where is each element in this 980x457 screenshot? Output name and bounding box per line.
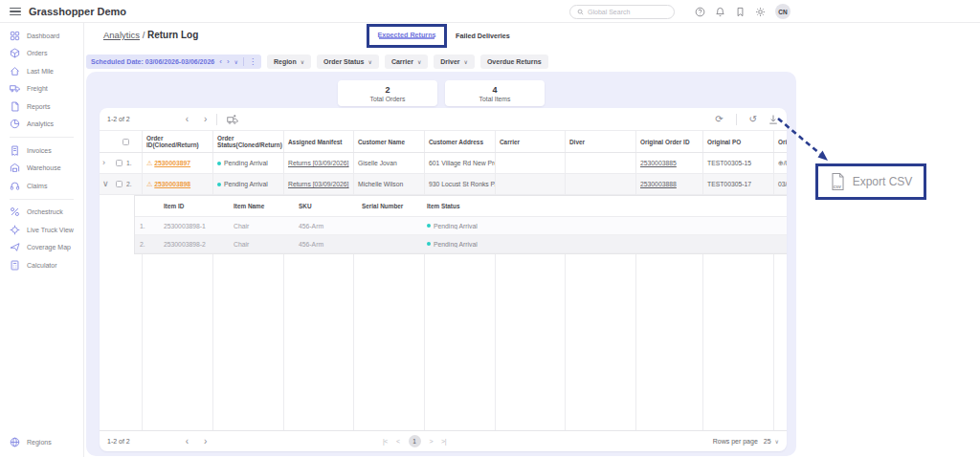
expanded-items-zone: Item ID Item Name SKU Serial Number Item… [100, 195, 787, 254]
carrier-cell [495, 153, 565, 173]
sidebar-item-last-mile[interactable]: Last Mile [0, 62, 83, 80]
sidebar-item-claims[interactable]: Claims [0, 177, 83, 195]
sidebar-label: Orchestruck [27, 208, 63, 215]
restore-history-icon[interactable]: ↺ [749, 115, 757, 124]
sidebar-item-orders[interactable]: Orders [0, 45, 83, 63]
bookmark-icon[interactable] [735, 7, 746, 17]
order-status-filter[interactable]: Order Status ∨ [317, 54, 379, 69]
table-row: ∨ 2. ⚠2530003898 Pending Arrival Returns… [100, 174, 787, 195]
settings-gear-icon[interactable] [755, 7, 766, 17]
item-status: Pending Arrival [434, 223, 478, 229]
returns-table-card: 1-2 of 2 ‹ › ⟳ ↺ OrderID(Cloned/Return) … [100, 108, 787, 451]
breadcrumb-analytics-link[interactable]: Analytics [103, 30, 140, 40]
order-status: Pending Arrival [224, 160, 268, 166]
tab-failed-deliveries[interactable]: Failed Deliveries [456, 32, 510, 40]
search-icon [577, 9, 584, 15]
download-export-icon[interactable] [768, 114, 779, 125]
prev-page-button[interactable]: < [396, 438, 400, 445]
refresh-icon[interactable]: ⟳ [715, 115, 723, 124]
last-page-button[interactable]: >| [441, 438, 446, 445]
sidebar-label: Live Truck View [27, 227, 74, 233]
footer-next-icon[interactable]: › [204, 437, 207, 446]
select-all-checkbox[interactable] [122, 139, 129, 145]
date-next-icon[interactable]: › [227, 58, 230, 66]
column-header-customer-address: Customer Address [424, 131, 495, 152]
sidebar-item-regions[interactable]: Regions [0, 434, 83, 452]
date-chevron-down-icon[interactable]: ∨ [234, 59, 238, 65]
order-id-link[interactable]: 2530003897 [154, 160, 190, 166]
next-page-button[interactable]: > [430, 438, 434, 445]
scheduled-date-filter[interactable]: Scheduled Date: 03/06/2026-03/06/2026 ‹ … [86, 54, 261, 69]
collapse-row-icon[interactable]: ∨ [102, 180, 112, 188]
notifications-bell-icon[interactable] [715, 7, 725, 17]
filter-label: Region [274, 58, 297, 65]
pagination: |< < 1 > >| [383, 431, 446, 451]
row-checkbox[interactable] [116, 181, 122, 187]
orchestruck-icon [10, 207, 20, 217]
date-more-options-icon[interactable]: ⋮ [249, 58, 256, 66]
total-items-label: Total Items [479, 96, 511, 102]
global-search-input[interactable] [588, 9, 664, 15]
footer-prev-icon[interactable]: ‹ [186, 437, 189, 446]
help-icon[interactable] [695, 7, 705, 17]
subcolumn-item-id: Item ID [159, 203, 229, 209]
status-dot [217, 162, 221, 165]
first-page-button[interactable]: |< [383, 438, 388, 445]
sidebar-item-calculator[interactable]: Calculator [0, 256, 83, 274]
table-footer: 1-2 of 2 ‹ › |< < 1 > >| Rows per page 2… [100, 430, 787, 451]
sidebar-item-warehouse[interactable]: Warehouse [0, 160, 83, 178]
sidebar-item-live-truck-view[interactable]: Live Truck View [0, 221, 83, 239]
date-prev-icon[interactable]: ‹ [219, 58, 222, 66]
sidebar-item-orchestruck[interactable]: Orchestruck [0, 204, 83, 222]
empty-table-grid [100, 254, 787, 430]
assigned-manifest-link[interactable]: Returns [03/09/2026] [288, 181, 348, 187]
global-search[interactable] [569, 5, 675, 19]
export-csv-label: Export CSV [853, 175, 913, 188]
hamburger-menu-icon[interactable] [10, 8, 21, 15]
sidebar-item-invoices[interactable]: Invoices [0, 141, 83, 160]
row-checkbox[interactable] [116, 160, 122, 166]
sidebar-label: Claims [27, 183, 47, 189]
item-status: Pending Arrival [434, 241, 478, 248]
assign-truck-icon[interactable] [227, 114, 238, 125]
analytics-icon [10, 119, 20, 129]
prev-page-icon[interactable]: ‹ [186, 115, 189, 124]
column-header-original-order-id: Original Order ID [635, 131, 702, 152]
table-toolbar: 1-2 of 2 ‹ › ⟳ ↺ [100, 108, 787, 131]
carrier-filter[interactable]: Carrier ∨ [385, 54, 428, 69]
current-page-button[interactable]: 1 [409, 435, 421, 447]
rows-per-page-select[interactable]: 25 ∨ [764, 438, 779, 445]
subtable-row: 2. 2530003898-2 Chair 456-Arm Pending Ar… [135, 235, 787, 253]
row-number: 1. [126, 160, 132, 166]
sidebar-label: Calculator [27, 262, 57, 269]
sidebar-item-coverage-map[interactable]: Coverage Map [0, 239, 83, 257]
original-order-id-link[interactable]: 2530003888 [640, 181, 677, 187]
sidebar-item-dashboard[interactable]: Dashboard [0, 27, 83, 45]
dashboard-icon [10, 31, 20, 41]
items-subtable: Item ID Item Name SKU Serial Number Item… [134, 195, 787, 254]
tab-expected-returns[interactable]: Expected Returns [377, 31, 435, 41]
sidebar-item-reports[interactable]: Reports [0, 98, 83, 116]
expand-row-icon[interactable]: › [102, 159, 112, 167]
subcolumn-serial-number: Serial Number [357, 203, 422, 209]
sidebar-item-freight[interactable]: Freight [0, 80, 83, 98]
user-avatar[interactable]: CN [775, 4, 791, 19]
sidebar-item-analytics[interactable]: Analytics [0, 116, 83, 134]
column-header-order-id: OrderID(Cloned/Return) [142, 131, 212, 152]
svg-text:csv: csv [833, 184, 841, 189]
column-header-carrier: Carrier [495, 131, 565, 152]
filter-label: Driver [440, 58, 459, 65]
customer-address: 930 Locust St Ronks PA... [424, 174, 495, 194]
next-page-icon[interactable]: › [204, 115, 207, 124]
item-id: 2530003898-1 [159, 223, 229, 229]
assigned-manifest-link[interactable]: Returns [03/09/2026] [288, 160, 348, 166]
overdue-returns-filter[interactable]: Overdue Returns [480, 54, 548, 69]
sidebar: Dashboard Orders Last Mile Freight Repor… [0, 23, 84, 457]
diver-cell [565, 174, 635, 194]
original-order-id-link[interactable]: 2530003885 [640, 160, 677, 166]
sub-row-number: 1. [135, 223, 159, 229]
driver-filter[interactable]: Driver ∨ [434, 54, 475, 69]
order-id-link[interactable]: 2530003898 [154, 181, 190, 187]
region-filter[interactable]: Region ∨ [267, 54, 311, 69]
sidebar-label: Regions [27, 439, 52, 446]
